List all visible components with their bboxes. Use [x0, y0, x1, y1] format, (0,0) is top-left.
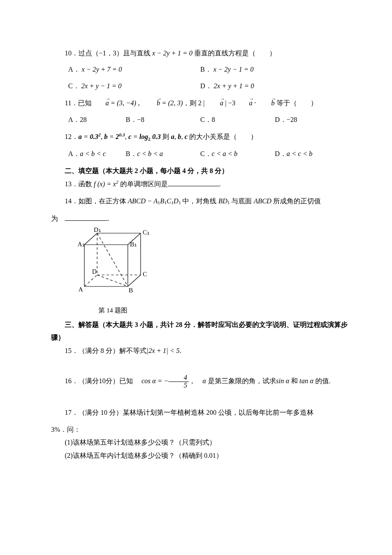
q11-option-a: A．28: [51, 113, 126, 126]
q17-part1: (1)该林场第五年计划造林多少公顷？（只需列式）: [51, 436, 349, 449]
q10-options-row2: C． 2x + y − 1 = 0 D． 2x + y + 1 = 0: [51, 80, 349, 92]
q11-options: A．28 B．−8 C．8 D．−28: [51, 113, 349, 126]
q11-option-d: D．−28: [275, 113, 349, 126]
question-14: 14．如图，在正方体 ABCD − A1B1C1D1 中，对角线 BD1 与底面…: [51, 195, 349, 208]
question-11: 11．已知a = (3, −4) , b = (2, 3)，则 2 | a | …: [51, 97, 349, 126]
q12-option-a: A．a < b < c: [51, 147, 126, 160]
question-12: 12．a = 0.32, b = 20.3, c = log2 0.3 则 a,…: [51, 130, 349, 160]
question-10: 10．过点（−1，3）且与直线 x − 2y + 1 = 0 垂直的直线方程是（…: [51, 47, 349, 92]
label-C1: C₁: [143, 229, 150, 236]
q10-option-c: C． 2x + y − 1 = 0: [51, 80, 200, 92]
svg-line-10: [84, 275, 97, 286]
q17-stem: 17．（满分 10 分）某林场计划第一年植树造林 200 公顷，以后每年比前一年…: [65, 409, 314, 416]
cube-figure: D₁ C₁ A₁ B₁ D C A B 第 14 题图: [77, 227, 349, 317]
blank-field: [65, 214, 107, 221]
q11-option-c: C．8: [200, 113, 275, 126]
label-A1: A₁: [78, 241, 85, 248]
q11-stem: 11．已知a = (3, −4) , b = (2, 3)，则 2 | a | …: [65, 99, 317, 107]
q10-option-d: D． 2x + y + 1 = 0: [200, 80, 349, 92]
q12-option-c: C．c < a < b: [200, 147, 275, 160]
blank-field: [168, 179, 219, 186]
label-A: A: [78, 286, 83, 293]
q17-line2: 3%．问：: [51, 423, 349, 436]
q10-options-row1: A． x − 2y + 7 = 0 B． x − 2y − 1 = 0: [51, 63, 349, 76]
q12-option-d: D．a < c < b: [275, 147, 349, 160]
q10-stem: 10．过点（−1，3）且与直线 x − 2y + 1 = 0 垂直的直线方程是（…: [65, 49, 276, 57]
label-D1: D₁: [94, 227, 101, 233]
label-D: D: [92, 268, 97, 275]
figure-caption: 第 14 题图: [77, 304, 149, 317]
svg-line-12: [97, 233, 128, 286]
q10-option-b: B． x − 2y − 1 = 0: [200, 63, 349, 76]
svg-line-13: [97, 275, 128, 286]
question-17: 17．（满分 10 分）某林场计划第一年植树造林 200 公顷，以后每年比前一年…: [51, 406, 349, 419]
section-3-title: 三、解答题（本大题共 3 小题，共计 28 分．解答时应写出必要的文字说明、证明…: [51, 318, 349, 344]
q11-option-b: B．−8: [126, 113, 200, 126]
question-14-line2: 为 .: [51, 212, 349, 225]
q10-option-a: A． x − 2y + 7 = 0: [51, 63, 200, 76]
question-13: 13．函数 f (x) = x2 的单调增区间是.: [51, 178, 349, 191]
cube-svg: D₁ C₁ A₁ B₁ D C A B: [77, 227, 158, 299]
section-2-title: 二、填空题（本大题共 2 小题，每小题 4 分，共 8 分）: [51, 165, 349, 177]
q17-part2: (2)该林场五年内计划造林多少公顷？（精确到 0.01）: [51, 449, 349, 462]
label-B1: B₁: [130, 241, 137, 248]
q12-options: A．a < b < c B．c < b < a C．c < a < b D．a …: [51, 147, 349, 160]
q12-option-b: B．c < b < a: [126, 147, 200, 160]
question-15: 15．（满分 8 分）解不等式|2x + 1| < 5.: [51, 344, 349, 357]
label-B: B: [129, 287, 133, 294]
svg-line-1: [84, 233, 97, 245]
label-C: C: [143, 271, 147, 278]
q12-stem: 12．a = 0.32, b = 20.3, c = log2 0.3 则 a,…: [65, 133, 257, 140]
question-16: 16．（满分10分）已知 cos α = −45， α 是第三象限的角，试求si…: [51, 374, 349, 389]
svg-line-8: [128, 275, 141, 286]
